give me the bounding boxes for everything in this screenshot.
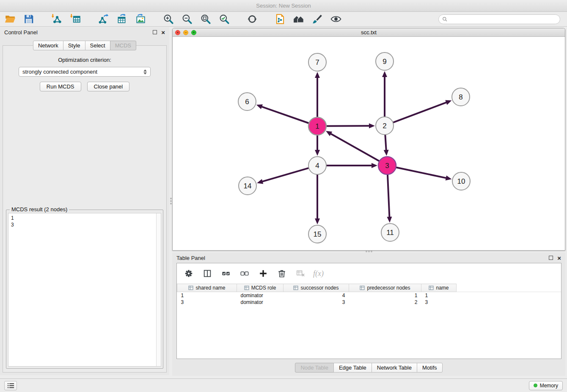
show-graphics-details-button[interactable] bbox=[329, 13, 343, 25]
graph-node-10[interactable]: 10 bbox=[452, 172, 470, 190]
table-cell[interactable]: dominator bbox=[237, 299, 284, 306]
network-canvas[interactable]: 7968124314101511 bbox=[173, 37, 565, 251]
table-cell-filler bbox=[457, 292, 561, 299]
graph-edge-2-3[interactable] bbox=[385, 135, 386, 150]
graph-arrowhead bbox=[315, 72, 320, 78]
column-header-successor-nodes[interactable]: successor nodes bbox=[284, 284, 349, 292]
table-cell[interactable]: 4 bbox=[284, 292, 349, 299]
graph-node-7[interactable]: 7 bbox=[308, 53, 326, 71]
close-window-button[interactable]: × bbox=[175, 30, 180, 35]
export-network-button[interactable] bbox=[96, 13, 110, 25]
dropdown-arrows-icon bbox=[143, 69, 147, 75]
delete-table-icon bbox=[296, 269, 305, 278]
mcds-result-item[interactable]: 3 bbox=[11, 221, 154, 228]
delete-table-button[interactable] bbox=[295, 268, 306, 279]
tab-network-table[interactable]: Network Table bbox=[372, 363, 417, 373]
graph-arrowhead bbox=[369, 123, 375, 128]
table-cell[interactable]: 1 bbox=[349, 292, 421, 299]
table-cell[interactable]: 2 bbox=[349, 299, 421, 306]
graph-edge-4-14[interactable] bbox=[263, 168, 308, 182]
float-table-panel-icon[interactable] bbox=[549, 256, 553, 260]
import-network-from-file-button[interactable] bbox=[50, 13, 63, 25]
graph-node-9[interactable]: 9 bbox=[376, 52, 394, 70]
search-field[interactable] bbox=[438, 14, 560, 24]
graph-node-2[interactable]: 2 bbox=[376, 117, 394, 135]
close-panel-button[interactable]: Close panel bbox=[87, 82, 130, 91]
import-public-databases-button[interactable] bbox=[273, 13, 287, 25]
zoom-fit-button[interactable] bbox=[199, 13, 212, 25]
tab-motifs[interactable]: Motifs bbox=[417, 363, 443, 373]
column-header-mcds-role[interactable]: MCDS role bbox=[237, 284, 284, 292]
run-mcds-button[interactable]: Run MCDS bbox=[40, 82, 81, 91]
column-header-name[interactable]: name bbox=[421, 284, 457, 292]
float-panel-icon[interactable] bbox=[153, 30, 157, 34]
table-panel-title: Table Panel bbox=[176, 255, 205, 261]
function-builder-button[interactable]: f(x) bbox=[313, 269, 324, 278]
graph-edge-2-8[interactable] bbox=[394, 102, 446, 122]
svg-text:9: 9 bbox=[383, 58, 386, 66]
table-row[interactable]: 3dominator323 bbox=[177, 299, 561, 306]
mcds-result-item[interactable]: 1 bbox=[11, 215, 154, 221]
graph-edge-3-11[interactable] bbox=[388, 175, 389, 217]
show-columns-button[interactable] bbox=[201, 268, 213, 279]
open-session-button[interactable] bbox=[3, 13, 17, 25]
graph-node-3[interactable]: 3 bbox=[378, 157, 396, 174]
import-table-from-file-button[interactable] bbox=[69, 13, 82, 25]
tab-select[interactable]: Select bbox=[85, 41, 110, 50]
export-table-button[interactable] bbox=[115, 13, 129, 25]
table-settings-button[interactable] bbox=[183, 268, 195, 279]
minimize-window-button[interactable]: − bbox=[183, 30, 188, 35]
result-scrollbar[interactable] bbox=[156, 213, 161, 366]
unselect-all-columns-button[interactable] bbox=[239, 268, 250, 279]
criterion-dropdown[interactable]: strongly connected component bbox=[19, 67, 151, 77]
table-cell[interactable]: 1 bbox=[177, 292, 237, 299]
create-new-column-button[interactable] bbox=[257, 268, 269, 279]
task-history-button[interactable] bbox=[4, 381, 17, 390]
zoom-in-button[interactable] bbox=[162, 13, 175, 25]
tab-node-table[interactable]: Node Table bbox=[295, 363, 334, 373]
graph-node-15[interactable]: 15 bbox=[308, 225, 326, 243]
tab-edge-table[interactable]: Edge Table bbox=[333, 363, 372, 373]
tab-style[interactable]: Style bbox=[63, 41, 85, 50]
table-cell[interactable]: 3 bbox=[284, 299, 349, 306]
export-image-button[interactable] bbox=[134, 13, 147, 25]
graph-edge-3-10[interactable] bbox=[396, 168, 446, 178]
delete-columns-button[interactable] bbox=[276, 268, 288, 279]
tab-mcds[interactable]: MCDS bbox=[110, 41, 136, 50]
apply-style-button[interactable] bbox=[311, 13, 324, 25]
memory-button[interactable]: Memory bbox=[529, 381, 563, 390]
graph-node-8[interactable]: 8 bbox=[452, 88, 470, 106]
refresh-button[interactable] bbox=[245, 13, 259, 25]
column-header-shared-name[interactable]: shared name bbox=[177, 284, 237, 292]
graph-edge-3-1[interactable] bbox=[331, 134, 379, 161]
svg-text:14: 14 bbox=[244, 182, 252, 190]
graph-edge-1-2[interactable] bbox=[327, 126, 369, 126]
graph-node-6[interactable]: 6 bbox=[238, 93, 256, 110]
table-cell[interactable]: dominator bbox=[237, 292, 284, 299]
tab-network[interactable]: Network bbox=[33, 41, 63, 50]
graph-node-11[interactable]: 11 bbox=[381, 224, 399, 241]
table-cell[interactable]: 1 bbox=[421, 292, 457, 299]
graph-node-14[interactable]: 14 bbox=[239, 177, 256, 195]
zoom-selected-button[interactable] bbox=[217, 13, 231, 25]
table-cell[interactable]: 3 bbox=[177, 299, 237, 306]
zoom-out-button[interactable] bbox=[180, 13, 194, 25]
vertical-splitter[interactable] bbox=[169, 27, 172, 375]
graph-node-4[interactable]: 4 bbox=[308, 157, 326, 174]
horizontal-splitter[interactable] bbox=[172, 250, 565, 253]
image-export-icon bbox=[135, 14, 146, 25]
graph-node-1[interactable]: 1 bbox=[308, 117, 326, 135]
table-cell[interactable]: 3 bbox=[421, 299, 457, 306]
close-panel-icon[interactable]: × bbox=[161, 29, 165, 36]
table-row[interactable]: 1dominator411 bbox=[177, 292, 561, 299]
graph-edge-1-6[interactable] bbox=[262, 107, 308, 123]
open-recent-button[interactable] bbox=[292, 13, 306, 25]
select-all-columns-button[interactable] bbox=[220, 268, 232, 279]
close-table-panel-icon[interactable]: × bbox=[557, 255, 561, 261]
search-input[interactable] bbox=[450, 16, 556, 22]
node-table-body: 1dominator4113dominator323 bbox=[177, 292, 561, 306]
network-view-window: × − + scc.txt 7968124314101511 bbox=[172, 28, 565, 251]
save-session-button[interactable] bbox=[22, 13, 36, 25]
column-header-predecessor-nodes[interactable]: predecessor nodes bbox=[349, 284, 421, 292]
maximize-window-button[interactable]: + bbox=[191, 30, 196, 35]
